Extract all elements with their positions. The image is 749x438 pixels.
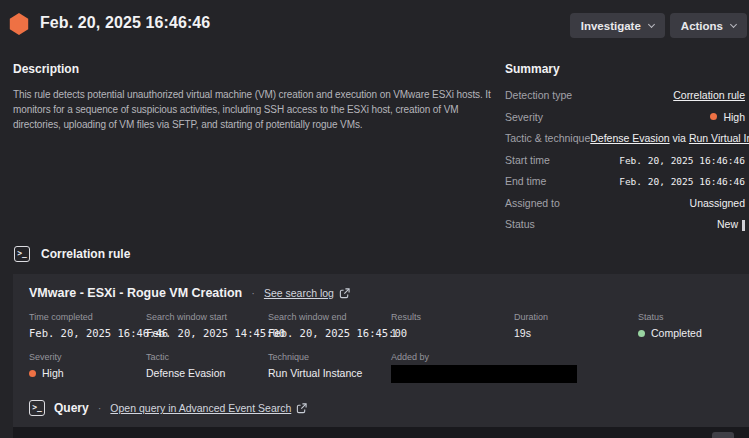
query-code-block: #Vendor="vmware" #event.module="esxi": [13, 427, 749, 438]
severity-high-dot-icon: [29, 370, 36, 377]
detection-hexagon-icon: [9, 13, 29, 35]
end-time-label: End time: [505, 175, 546, 187]
rule-name: VMware - ESXi - Rogue VM Creation: [29, 286, 242, 300]
query-section-header: >_ Query · Open query in Advanced Event …: [13, 383, 749, 416]
technique-link[interactable]: Run Virtual Instance: [689, 132, 749, 144]
summary-row-status: Status New: [505, 218, 745, 231]
open-query-link[interactable]: Open query in Advanced Event Search: [110, 402, 307, 414]
investigate-button[interactable]: Investigate: [570, 13, 665, 38]
header-actions: Investigate Actions: [570, 13, 747, 38]
separator-dot: ·: [98, 402, 102, 414]
card-title-row: VMware - ESXi - Rogue VM Creation · See …: [13, 274, 749, 300]
external-link-icon: [296, 403, 307, 414]
actions-button[interactable]: Actions: [670, 13, 747, 38]
summary-row-tactic-technique: Tactic & technique Defense Evasion via R…: [505, 132, 745, 144]
summary-row-severity: Severity High: [505, 111, 745, 123]
chevron-down-icon: [730, 20, 737, 27]
alert-detail-panel: Feb. 20, 2025 16:46:46 Investigate Actio…: [0, 0, 749, 438]
rule-fields-grid: Time completed Feb. 20, 2025 16:46:46 Se…: [13, 300, 749, 383]
correlation-rule-heading: Correlation rule: [41, 247, 130, 261]
detection-type-link[interactable]: Correlation rule: [673, 89, 745, 101]
start-time-value: Feb. 20, 2025 16:46:46: [619, 155, 745, 166]
description-text: This rule detects potential unauthorized…: [13, 87, 491, 133]
tactic-technique-label: Tactic & technique: [505, 132, 590, 144]
correlation-rule-card: VMware - ESXi - Rogue VM Creation · See …: [13, 274, 749, 438]
description-section: Description This rule detects potential …: [13, 62, 491, 133]
field-duration: Duration 19s: [514, 312, 638, 339]
summary-row-detection-type: Detection type Correlation rule: [505, 89, 745, 101]
description-heading: Description: [13, 62, 491, 76]
field-search-window-start: Search window start Feb. 20, 2025 14:45:…: [146, 312, 268, 339]
status-value: New: [717, 218, 745, 231]
summary-row-assigned-to: Assigned to Unassigned: [505, 197, 745, 209]
terminal-icon: >_: [14, 246, 30, 262]
page-title: Feb. 20, 2025 16:46:46: [40, 14, 210, 32]
terminal-icon: >_: [29, 400, 45, 416]
field-status: Status Completed: [638, 312, 733, 339]
added-by-redacted-value: [391, 365, 577, 383]
status-label: Status: [505, 218, 535, 230]
tactic-technique-value: Defense Evasion via Run Virtual Instance: [590, 132, 749, 144]
start-time-label: Start time: [505, 154, 550, 166]
severity-high-dot-icon: [710, 113, 717, 120]
see-search-log-link[interactable]: See search log: [264, 287, 350, 299]
field-search-window-end: Search window end Feb. 20, 2025 16:45:00: [268, 312, 391, 339]
separator-dot: ·: [251, 287, 255, 299]
detection-type-label: Detection type: [505, 89, 572, 101]
status-dropdown-cutoff-icon[interactable]: [742, 220, 745, 231]
field-severity: Severity High: [29, 352, 146, 383]
field-tactic: Tactic Defense Evasion: [146, 352, 268, 383]
summary-heading: Summary: [505, 62, 745, 76]
tactic-link[interactable]: Defense Evasion: [590, 132, 669, 144]
query-heading: Query: [54, 401, 89, 415]
severity-value: High: [710, 111, 745, 123]
summary-row-start-time: Start time Feb. 20, 2025 16:46:46: [505, 154, 745, 166]
actions-button-label: Actions: [681, 20, 723, 32]
summary-section: Summary Detection type Correlation rule …: [505, 62, 745, 240]
field-technique: Technique Run Virtual Instance: [268, 352, 391, 383]
chevron-down-icon: [648, 20, 655, 27]
summary-row-end-time: End time Feb. 20, 2025 16:46:46: [505, 175, 745, 187]
end-time-value: Feb. 20, 2025 16:46:46: [619, 176, 745, 187]
correlation-rule-section-header: >_ Correlation rule: [14, 246, 130, 262]
status-completed-dot-icon: [638, 330, 645, 337]
field-added-by: Added by: [391, 352, 638, 383]
panel-header: Feb. 20, 2025 16:46:46 Investigate Actio…: [0, 0, 749, 50]
assigned-to-value: Unassigned: [690, 197, 745, 209]
external-link-icon: [339, 288, 350, 299]
assigned-to-label: Assigned to: [505, 197, 560, 209]
field-time-completed: Time completed Feb. 20, 2025 16:46:46: [29, 312, 146, 339]
investigate-button-label: Investigate: [581, 20, 641, 32]
copy-query-button[interactable]: [712, 432, 734, 438]
field-results: Results 1: [391, 312, 514, 339]
tactic-connector: via: [673, 132, 686, 144]
severity-label: Severity: [505, 111, 543, 123]
